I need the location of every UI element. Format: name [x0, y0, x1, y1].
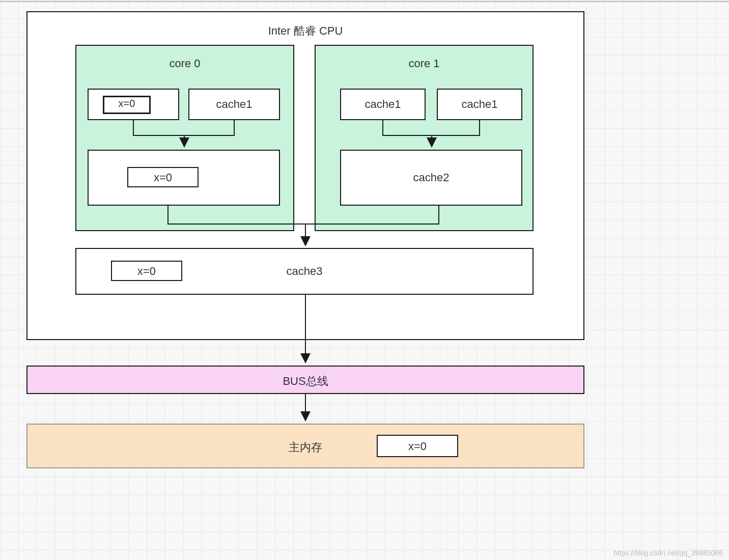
core0-l1-right-label: cache1 — [188, 98, 280, 111]
l3-label: cache3 — [75, 265, 534, 278]
bus-label: BUS总线 — [26, 374, 584, 389]
core0-title: core 0 — [75, 57, 294, 70]
core0-l2-value-label: x=0 — [127, 171, 199, 184]
core1-l1-left-label: cache1 — [340, 98, 426, 111]
memory-value-label: x=0 — [377, 440, 458, 453]
core1-l1-right-label: cache1 — [437, 98, 522, 111]
memory-label: 主内存 — [26, 440, 584, 455]
diagram-stage: Inter 酷睿 CPU core 0 x=0 cache1 x=0 core … — [0, 0, 729, 560]
core0-l1-left-value-label: x=0 — [103, 98, 151, 109]
watermark: https://blog.csdn.net/qq_39885066 — [613, 549, 723, 557]
cpu-title: Inter 酷睿 CPU — [153, 23, 458, 39]
core1-title: core 1 — [315, 57, 534, 70]
core1-l2-label: cache2 — [340, 171, 522, 184]
